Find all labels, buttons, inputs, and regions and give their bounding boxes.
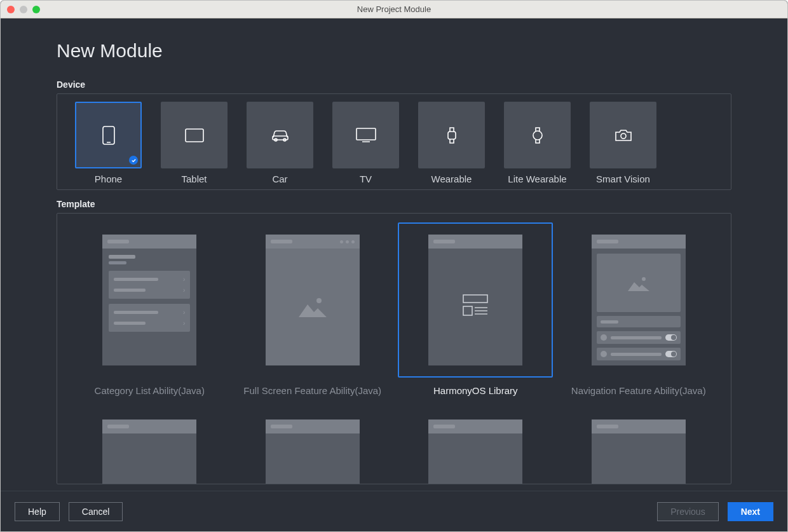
template-scroll[interactable]: › › › › Category List Ability(Java) xyxy=(57,214,731,484)
device-tablet-tile xyxy=(161,102,228,168)
device-phone-tile xyxy=(75,102,142,168)
device-phone[interactable]: Phone xyxy=(75,102,142,184)
tv-icon xyxy=(356,128,376,143)
template-row2-b[interactable] xyxy=(234,407,391,484)
device-tv-tile xyxy=(332,102,399,168)
template-navigation-feature[interactable]: Navigation Feature Ability(Java) xyxy=(560,222,717,396)
window-title: New Project Module xyxy=(1,4,787,14)
lite-wearable-icon xyxy=(531,126,544,144)
device-tv-label: TV xyxy=(360,174,372,184)
svg-point-10 xyxy=(621,133,626,139)
next-button[interactable]: Next xyxy=(728,502,773,521)
device-car-label: Car xyxy=(272,174,287,184)
svg-rect-2 xyxy=(186,129,203,142)
svg-rect-13 xyxy=(463,306,472,315)
footer: Help Cancel Previous Next xyxy=(1,491,787,531)
svg-rect-6 xyxy=(357,128,376,140)
template-category-list-label: Category List Ability(Java) xyxy=(95,385,205,396)
titlebar: New Project Module xyxy=(1,1,787,18)
svg-point-11 xyxy=(316,298,322,303)
template-section-label: Template xyxy=(57,199,731,209)
image-icon xyxy=(628,275,649,291)
svg-rect-8 xyxy=(448,132,456,139)
template-row2-c[interactable] xyxy=(397,407,554,484)
device-smart-vision-label: Smart Vision xyxy=(596,174,650,184)
svg-point-9 xyxy=(533,131,542,140)
template-harmony-library-tile xyxy=(398,222,553,378)
close-icon[interactable] xyxy=(7,6,15,13)
window: New Project Module New Module Device Pho… xyxy=(0,0,788,532)
device-smart-vision-tile xyxy=(590,102,656,168)
template-full-screen[interactable]: Full Screen Feature Ability(Java) xyxy=(234,222,391,396)
tablet-icon xyxy=(185,128,204,142)
template-full-screen-tile xyxy=(235,222,390,378)
previous-button: Previous xyxy=(657,502,718,521)
template-category-list[interactable]: › › › › Category List Ability(Java) xyxy=(71,222,228,396)
device-lite-wearable-tile xyxy=(504,102,571,168)
camera-icon xyxy=(615,128,632,142)
device-tablet[interactable]: Tablet xyxy=(161,102,228,184)
template-navigation-feature-tile xyxy=(561,222,716,378)
template-row2-c-tile xyxy=(398,407,553,484)
device-section-label: Device xyxy=(57,79,731,90)
template-row2-a[interactable] xyxy=(71,407,228,484)
wearable-icon xyxy=(445,126,458,144)
device-car[interactable]: Car xyxy=(247,102,313,184)
check-icon xyxy=(129,156,138,165)
svg-rect-12 xyxy=(463,295,487,303)
template-row2-d[interactable] xyxy=(560,407,717,484)
window-controls xyxy=(7,6,40,13)
device-tv[interactable]: TV xyxy=(332,102,399,184)
device-lite-wearable[interactable]: Lite Wearable xyxy=(504,102,571,184)
content-area: New Module Device Phone Tablet xyxy=(1,18,787,491)
maximize-icon[interactable] xyxy=(32,6,40,13)
template-category-list-tile: › › › › xyxy=(72,222,227,378)
template-row2-a-tile xyxy=(72,407,227,484)
template-harmony-library[interactable]: HarmonyOS Library xyxy=(397,222,554,396)
cancel-button[interactable]: Cancel xyxy=(69,502,123,521)
page-title: New Module xyxy=(57,40,731,62)
template-navigation-feature-label: Navigation Feature Ability(Java) xyxy=(571,385,706,396)
template-row2-d-tile xyxy=(561,407,716,484)
template-selector: › › › › Category List Ability(Java) xyxy=(57,213,731,484)
device-phone-label: Phone xyxy=(95,174,122,184)
device-wearable[interactable]: Wearable xyxy=(418,102,485,184)
car-icon xyxy=(271,128,290,142)
device-car-tile xyxy=(247,102,313,168)
svg-rect-0 xyxy=(103,126,114,144)
device-tablet-label: Tablet xyxy=(181,174,207,184)
image-icon xyxy=(299,294,327,317)
device-selector: Phone Tablet Car TV xyxy=(57,93,731,190)
minimize-icon[interactable] xyxy=(20,6,27,13)
svg-point-17 xyxy=(642,277,646,281)
help-button[interactable]: Help xyxy=(15,502,60,521)
template-harmony-library-label: HarmonyOS Library xyxy=(433,385,518,396)
library-icon xyxy=(461,294,490,318)
template-full-screen-label: Full Screen Feature Ability(Java) xyxy=(243,385,381,396)
template-row2-b-tile xyxy=(235,407,390,484)
device-wearable-label: Wearable xyxy=(431,174,472,184)
device-wearable-tile xyxy=(418,102,485,168)
device-lite-wearable-label: Lite Wearable xyxy=(508,174,566,184)
device-smart-vision[interactable]: Smart Vision xyxy=(590,102,656,184)
phone-icon xyxy=(102,126,115,145)
